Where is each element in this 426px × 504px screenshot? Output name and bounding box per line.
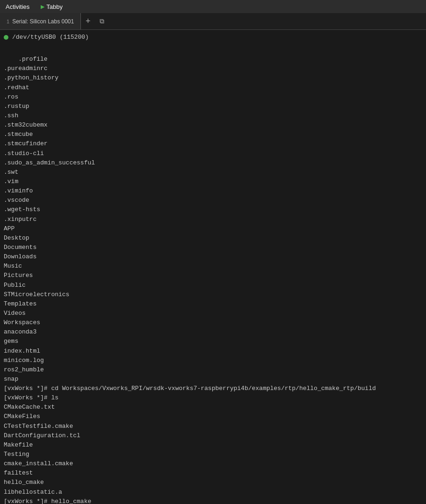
tab-number: 1: [7, 19, 9, 24]
tabby-tab[interactable]: ▶ Tabby: [35, 0, 68, 13]
tab-label: Serial: Silicon Labs 0001: [12, 18, 74, 25]
activities-label: Activities: [6, 3, 29, 10]
split-button[interactable]: ⧉: [95, 13, 109, 29]
new-tab-button[interactable]: +: [81, 13, 95, 29]
terminal-content[interactable]: .profile .pureadminrc .python_history .r…: [4, 45, 422, 504]
device-header: /dev/ttyUSB0 (115200): [4, 33, 422, 42]
terminal-text: .profile .pureadminrc .python_history .r…: [4, 56, 376, 504]
topbar: Activities ▶ Tabby: [0, 0, 426, 13]
tabbar: 1 Serial: Silicon Labs 0001 + ⧉: [0, 13, 426, 30]
new-tab-icon: +: [86, 16, 91, 26]
terminal-area[interactable]: /dev/ttyUSB0 (115200) .profile .pureadmi…: [0, 30, 426, 504]
connection-status-dot: [4, 35, 8, 40]
tabby-label: Tabby: [46, 3, 63, 10]
tabby-icon: ▶: [41, 4, 44, 10]
split-icon: ⧉: [100, 17, 104, 25]
activities-button[interactable]: Activities: [0, 0, 35, 13]
device-name: /dev/ttyUSB0 (115200): [12, 34, 89, 41]
tab-serial[interactable]: 1 Serial: Silicon Labs 0001: [0, 13, 81, 29]
